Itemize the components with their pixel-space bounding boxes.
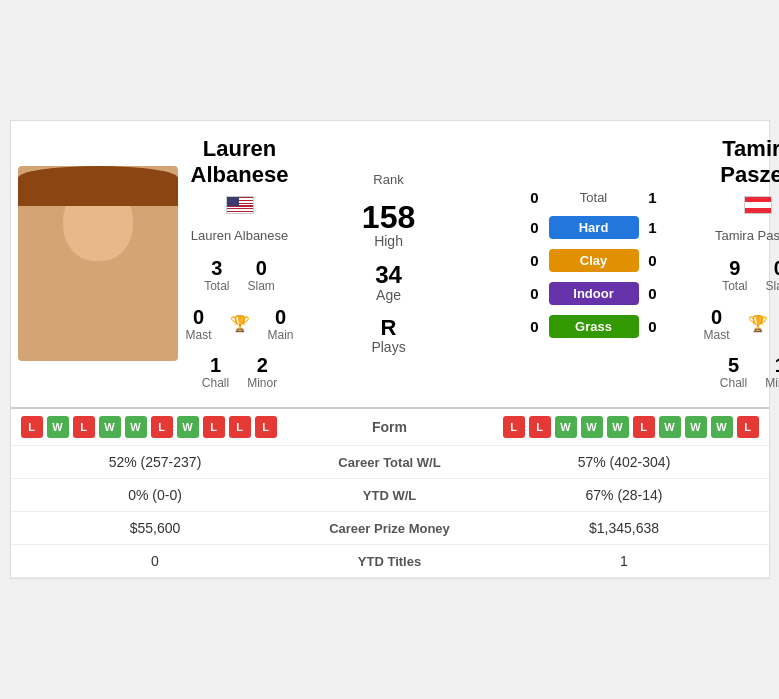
player1-form-badge: W	[47, 416, 69, 438]
player2-total-label: Total	[722, 279, 747, 293]
player2-trophy-icon: 🏆	[748, 314, 768, 333]
player1-age-block: 34 Age	[375, 261, 402, 305]
score-hard-p2: 1	[643, 219, 663, 236]
player2-flag	[744, 194, 772, 220]
player1-plays: R	[371, 317, 405, 339]
player1-form-badge: L	[73, 416, 95, 438]
score-section: 0 Total 1 0 Hard 1 0 Clay 0 0 Indoor 0	[484, 131, 704, 398]
player2-mast-label: Mast	[704, 328, 730, 342]
player1-photo	[11, 131, 186, 398]
player1-form: LWLWWLWLLL	[21, 416, 290, 438]
score-indoor-p2: 0	[643, 285, 663, 302]
player1-form-badge: W	[99, 416, 121, 438]
career-wl-p2: 57% (402-304)	[490, 454, 759, 470]
player1-trophy-icon: 🏆	[230, 314, 250, 333]
score-hard-p1: 0	[525, 219, 545, 236]
score-row-grass: 0 Grass 0	[484, 315, 704, 338]
player1-minor: 2	[247, 354, 277, 376]
player2-slam: 0	[766, 257, 779, 279]
player1-slam: 0	[248, 257, 275, 279]
player2-form-badge: W	[711, 416, 733, 438]
bottom-section: LWLWWLWLLL Form LLWWWLWWWL 52% (257-237)…	[11, 407, 769, 578]
score-grass-p1: 0	[525, 318, 545, 335]
player1-total-label: Total	[204, 279, 229, 293]
player1-rank-label: Rank	[373, 172, 403, 187]
player1-age: 34	[375, 263, 402, 287]
player2-form-badge: W	[581, 416, 603, 438]
player1-mast-label: Mast	[186, 328, 212, 342]
player2-name-label: Tamira Paszek	[715, 228, 779, 243]
player1-high-block: 158 High	[362, 199, 415, 251]
player2-form-badge: L	[503, 416, 525, 438]
player2-form-badge: W	[659, 416, 681, 438]
ytd-wl-p1: 0% (0-0)	[21, 487, 290, 503]
ytd-wl-p2: 67% (28-14)	[490, 487, 759, 503]
player1-name-label: Lauren Albanese	[191, 228, 289, 243]
ytd-wl-label: YTD W/L	[290, 488, 490, 503]
player1-form-badge: L	[229, 416, 251, 438]
player2-mast: 0	[704, 306, 730, 328]
player1-plays-block: R Plays	[371, 315, 405, 357]
player1-main-label: Main	[268, 328, 294, 342]
ytd-wl-row: 0% (0-0) YTD W/L 67% (28-14)	[11, 479, 769, 512]
score-clay-p1: 0	[525, 252, 545, 269]
player2-form-badge: L	[737, 416, 759, 438]
score-grass-p2: 0	[643, 318, 663, 335]
player1-form-badge: L	[21, 416, 43, 438]
surface-grass-btn: Grass	[549, 315, 639, 338]
player1-stats: Lauren Albanese Lauren Albanese 3 Total …	[186, 131, 294, 398]
player1-chall-label: Chall	[202, 376, 229, 390]
score-row-indoor: 0 Indoor 0	[484, 282, 704, 305]
player1-high-label: High	[362, 233, 415, 249]
career-wl-label: Career Total W/L	[290, 455, 490, 470]
player2-form: LLWWWLWWWL	[490, 416, 759, 438]
prize-p2: $1,345,638	[490, 520, 759, 536]
score-row-clay: 0 Clay 0	[484, 249, 704, 272]
player2-total: 9	[722, 257, 747, 279]
surface-indoor-btn: Indoor	[549, 282, 639, 305]
player1-name: Lauren Albanese	[191, 136, 289, 189]
player2-chall: 5	[720, 354, 747, 376]
player2-name: Tamira Paszek	[720, 136, 779, 189]
surface-clay-btn: Clay	[549, 249, 639, 272]
player1-mast: 0	[186, 306, 212, 328]
prize-row: $55,600 Career Prize Money $1,345,638	[11, 512, 769, 545]
ytd-titles-label: YTD Titles	[290, 554, 490, 569]
player2-form-badge: W	[685, 416, 707, 438]
score-total-p1: 0	[525, 189, 545, 206]
player2-form-badge: L	[633, 416, 655, 438]
form-label: Form	[290, 419, 490, 435]
player1-minor-label: Minor	[247, 376, 277, 390]
player1-high: 158	[362, 201, 415, 233]
score-row-total: 0 Total 1	[484, 189, 704, 206]
player1-rank-block: Rank	[373, 170, 403, 189]
career-wl-p1: 52% (257-237)	[21, 454, 290, 470]
score-total-p2: 1	[643, 189, 663, 206]
player1-total: 3	[204, 257, 229, 279]
form-row: LWLWWLWLLL Form LLWWWLWWWL	[11, 409, 769, 446]
player1-form-badge: W	[125, 416, 147, 438]
player1-age-label: Age	[375, 287, 402, 303]
prize-label: Career Prize Money	[290, 521, 490, 536]
career-wl-row: 52% (257-237) Career Total W/L 57% (402-…	[11, 446, 769, 479]
ytd-titles-row: 0 YTD Titles 1	[11, 545, 769, 578]
player1-form-badge: L	[203, 416, 225, 438]
player1-plays-label: Plays	[371, 339, 405, 355]
player2-form-badge: L	[529, 416, 551, 438]
player1-form-badge: W	[177, 416, 199, 438]
player1-form-badge: L	[255, 416, 277, 438]
score-total-label: Total	[549, 190, 639, 205]
score-clay-p2: 0	[643, 252, 663, 269]
player2-chall-label: Chall	[720, 376, 747, 390]
player1-form-badge: L	[151, 416, 173, 438]
player2-minor-label: Minor	[765, 376, 779, 390]
ytd-titles-p1: 0	[21, 553, 290, 569]
score-row-hard: 0 Hard 1	[484, 216, 704, 239]
player1-slam-label: Slam	[248, 279, 275, 293]
player1-chall: 1	[202, 354, 229, 376]
player2-slam-label: Slam	[766, 279, 779, 293]
player2-form-badge: W	[607, 416, 629, 438]
player1-main: 0	[268, 306, 294, 328]
prize-p1: $55,600	[21, 520, 290, 536]
score-indoor-p1: 0	[525, 285, 545, 302]
